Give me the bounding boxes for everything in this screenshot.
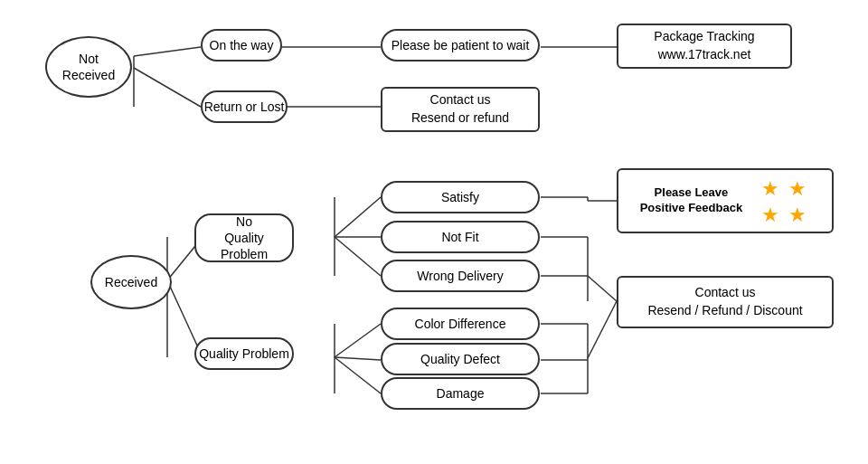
svg-line-15	[335, 357, 381, 393]
not-received-node: Not Received	[45, 36, 132, 98]
no-quality-problem-node: No Quality Problem	[194, 213, 294, 262]
received-node: Received	[90, 255, 172, 309]
svg-line-14	[335, 357, 381, 360]
quality-defect-node: Quality Defect	[381, 343, 540, 375]
positive-feedback-node: Please Leave Positive Feedback ★ ★ ★ ★	[617, 168, 834, 233]
svg-line-1	[134, 68, 201, 107]
contact-resend-refund-node: Contact us Resend or refund	[381, 87, 540, 132]
svg-line-0	[134, 47, 201, 56]
contact-resend-discount-node: Contact us Resend / Refund / Discount	[617, 276, 834, 328]
on-the-way-node: On the way	[201, 29, 282, 62]
color-difference-node: Color Difference	[381, 308, 540, 340]
svg-line-28	[588, 276, 617, 301]
not-fit-node: Not Fit	[381, 221, 540, 253]
package-tracking-node: Package Tracking www.17track.net	[617, 24, 792, 69]
svg-line-11	[335, 237, 381, 276]
wrong-delivery-node: Wrong Delivery	[381, 260, 540, 292]
svg-line-13	[335, 324, 381, 357]
patient-wait-node: Please be patient to wait	[381, 29, 540, 62]
stars-display: ★ ★ ★ ★	[751, 176, 819, 228]
svg-line-9	[335, 197, 381, 237]
damage-node: Damage	[381, 377, 540, 410]
svg-line-27	[588, 301, 617, 358]
quality-problem-node: Quality Problem	[194, 337, 294, 370]
flowchart-diagram: Not Received On the way Return or Lost P…	[0, 0, 868, 464]
return-or-lost-node: Return or Lost	[201, 90, 288, 123]
satisfy-node: Satisfy	[381, 181, 540, 213]
